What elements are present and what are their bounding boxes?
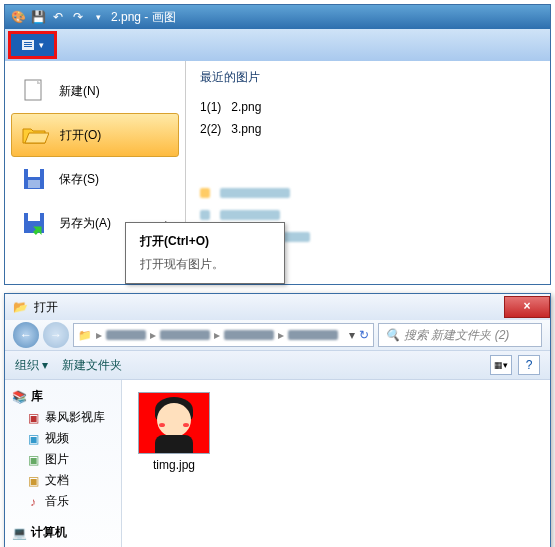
forward-button[interactable]: → [43,322,69,348]
svg-rect-2 [24,44,32,45]
tree-music[interactable]: ♪音乐 [9,491,117,512]
picture-icon: ▣ [25,453,41,467]
arrow-left-icon: ← [20,328,32,342]
computer-icon: 💻 [11,526,27,540]
close-button[interactable]: × [504,296,550,318]
window-title: 2.png - 画图 [111,9,176,26]
video-icon: ▣ [25,432,41,446]
search-placeholder: 搜索 新建文件夹 (2) [404,327,509,344]
recent-header: 最近的图片 [200,69,536,86]
save-icon [19,165,49,193]
menu-item-new[interactable]: 新建(N) [5,69,185,113]
tree-label: 库 [31,388,43,405]
tooltip-title: 打开(Ctrl+O) [140,234,209,248]
recent-item-0[interactable]: 1(1) 2.png [200,96,536,118]
tree-label: 音乐 [45,493,69,510]
menu-label: 另存为(A) [59,215,111,232]
tree-label: 图片 [45,451,69,468]
qat-dropdown-icon[interactable]: ▾ [91,10,105,24]
svg-rect-3 [24,46,32,47]
titlebar: 🎨 💾 ↶ ↷ ▾ 2.png - 画图 [5,5,550,29]
open-icon [20,121,50,149]
redo-icon[interactable]: ↷ [71,10,85,24]
tree-pictures[interactable]: ▣图片 [9,449,117,470]
open-dialog: 📂 打开 × ← → 📁 ▸ ▸ ▸ ▸ ▾ ↻ 🔍 搜索 新建文件夹 (2) … [4,293,551,547]
tree-baofeng[interactable]: ▣暴风影视库 [9,407,117,428]
document-icon: ▣ [25,474,41,488]
tree-video[interactable]: ▣视频 [9,428,117,449]
menu-label: 保存(S) [59,171,99,188]
tooltip: 打开(Ctrl+O) 打开现有图片。 [125,222,285,284]
file-menu-icon [21,38,35,52]
library-icon: 📚 [11,390,27,404]
file-thumbnail[interactable]: timg.jpg [134,392,214,472]
chevron-down-icon: ▾ [39,40,44,50]
paint-window: 🎨 💾 ↶ ↷ ▾ 2.png - 画图 ▾ 新建(N) 打开(O) 保存(S) [4,4,551,285]
tree-label: 计算机 [31,524,67,541]
save-icon[interactable]: 💾 [31,10,45,24]
thumbnail-image [138,392,210,454]
dialog-title: 打开 [34,299,58,316]
recent-index: 1(1) [200,100,221,114]
ribbon: ▾ [5,29,550,61]
tooltip-body: 打开现有图片。 [140,256,270,273]
menu-label: 打开(O) [60,127,101,144]
help-button[interactable]: ? [518,355,540,375]
folder-icon: 📁 [78,329,92,342]
organize-button[interactable]: 组织 ▾ [15,357,48,374]
view-button[interactable]: ▦▾ [490,355,512,375]
tree-label: 文档 [45,472,69,489]
tree-drive-c[interactable]: ⛁Windows7_OS ( [9,543,117,547]
blurred-recent [200,184,536,202]
file-menu-button[interactable]: ▾ [8,31,57,59]
app-icon: 🎨 [11,10,25,24]
recent-name: 2.png [231,100,261,114]
recent-index: 2(2) [200,122,221,136]
dialog-body: 📚库 ▣暴风影视库 ▣视频 ▣图片 ▣文档 ♪音乐 💻计算机 ⛁Windows7… [5,380,550,547]
file-pane[interactable]: timg.jpg [122,380,550,547]
svg-rect-6 [28,169,40,177]
search-icon: 🔍 [385,328,400,342]
menu-label: 新建(N) [59,83,100,100]
refresh-icon[interactable]: ↻ [359,328,369,342]
tree-documents[interactable]: ▣文档 [9,470,117,491]
saveas-icon [19,209,49,237]
window-buttons: × [504,296,550,318]
nav-tree: 📚库 ▣暴风影视库 ▣视频 ▣图片 ▣文档 ♪音乐 💻计算机 ⛁Windows7… [5,380,122,547]
menu-item-open[interactable]: 打开(O) [11,113,179,157]
new-icon [19,77,49,105]
dialog-toolbar: 组织 ▾ 新建文件夹 ▦▾ ? [5,351,550,380]
back-button[interactable]: ← [13,322,39,348]
svg-rect-9 [28,213,40,221]
svg-rect-1 [24,42,32,43]
folder-open-icon: 📂 [13,300,28,314]
dialog-titlebar: 📂 打开 × [5,294,550,320]
music-icon: ♪ [25,495,41,509]
svg-rect-7 [28,180,40,188]
recent-name: 3.png [231,122,261,136]
tree-label: 视频 [45,430,69,447]
undo-icon[interactable]: ↶ [51,10,65,24]
nav-row: ← → 📁 ▸ ▸ ▸ ▸ ▾ ↻ 🔍 搜索 新建文件夹 (2) [5,320,550,351]
tree-label: 暴风影视库 [45,409,105,426]
new-folder-button[interactable]: 新建文件夹 [62,357,122,374]
chevron-down-icon[interactable]: ▾ [349,328,355,342]
menu-item-save[interactable]: 保存(S) [5,157,185,201]
breadcrumb[interactable]: 📁 ▸ ▸ ▸ ▸ ▾ ↻ [73,323,374,347]
recent-item-1[interactable]: 2(2) 3.png [200,118,536,140]
arrow-right-icon: → [50,328,62,342]
video-icon: ▣ [25,411,41,425]
tree-libraries[interactable]: 📚库 [9,386,117,407]
file-name: timg.jpg [134,458,214,472]
search-input[interactable]: 🔍 搜索 新建文件夹 (2) [378,323,542,347]
tree-computer[interactable]: 💻计算机 [9,522,117,543]
